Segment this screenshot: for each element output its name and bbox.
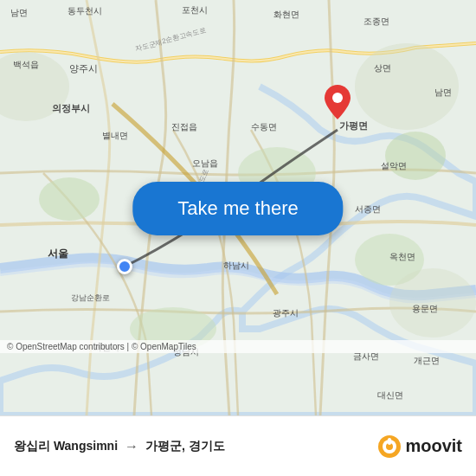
map-attribution: © OpenStreetMap contributors | © OpenMap… [0, 340, 476, 353]
destination-marker [325, 85, 351, 123]
moovit-icon [377, 434, 402, 459]
svg-point-1 [39, 177, 100, 221]
moovit-logo-text: moovit [405, 436, 462, 456]
bottom-bar: 왕십리 Wangsimni → 가평군, 경기도 moovit [0, 415, 476, 476]
svg-point-5 [385, 132, 446, 180]
svg-point-6 [355, 43, 459, 130]
map-container: 남면 동두천시 포천시 화현면 조종면 백석읍 양주시 상면 의정부시 별내면 … [0, 0, 476, 415]
arrow-icon: → [125, 439, 138, 454]
take-me-there-button[interactable]: Take me there [132, 182, 343, 235]
svg-point-9 [332, 93, 343, 103]
svg-point-8 [389, 268, 476, 338]
route-info: 왕십리 Wangsimni → 가평군, 경기도 [14, 439, 370, 454]
origin-marker [117, 259, 132, 274]
moovit-logo: moovit [377, 434, 462, 459]
origin-label: 왕십리 Wangsimni [14, 439, 118, 454]
svg-rect-13 [388, 438, 391, 445]
destination-label: 가평군, 경기도 [145, 439, 225, 454]
